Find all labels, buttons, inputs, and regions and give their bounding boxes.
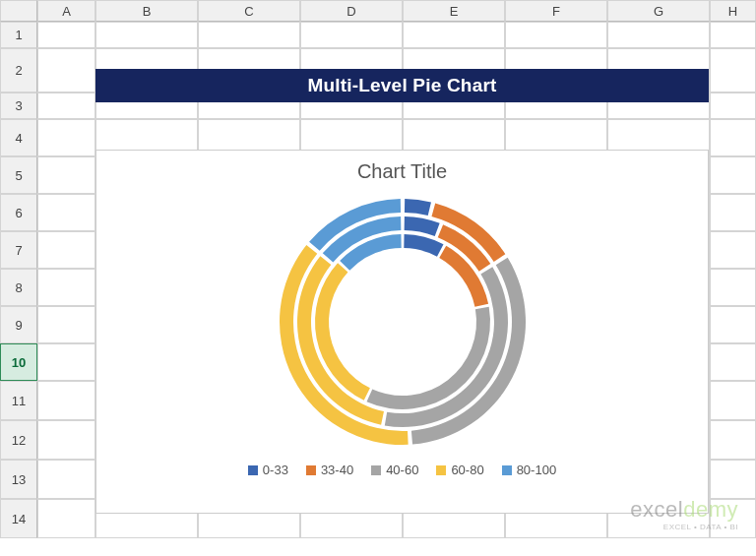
cell-b1[interactable]: [95, 22, 198, 48]
cell-a9[interactable]: [37, 306, 95, 343]
cell-a8[interactable]: [37, 269, 95, 306]
col-head-b[interactable]: B: [95, 0, 198, 22]
cell-h8[interactable]: [710, 269, 756, 306]
cell-a11[interactable]: [37, 381, 95, 420]
col-head-h[interactable]: H: [710, 0, 756, 22]
cell-a5[interactable]: [37, 156, 95, 194]
legend-label-4: 80-100: [517, 463, 556, 477]
cell-h7[interactable]: [710, 231, 756, 269]
legend-swatch-3: [436, 465, 446, 475]
row-head-9[interactable]: 9: [0, 306, 37, 343]
legend-item-3[interactable]: 60-80: [436, 463, 483, 477]
cell-a12[interactable]: [37, 420, 95, 460]
cell-h3[interactable]: [710, 93, 756, 119]
row-head-1[interactable]: 1: [0, 22, 37, 48]
row-head-2[interactable]: 2: [0, 48, 37, 93]
cell-h12[interactable]: [710, 420, 756, 460]
legend-item-1[interactable]: 33-40: [306, 463, 353, 477]
ring2-slice-0-33[interactable]: [404, 216, 439, 236]
cell-a13[interactable]: [37, 460, 95, 499]
cell-f1[interactable]: [505, 22, 607, 48]
row-head-5[interactable]: 5: [0, 156, 37, 194]
row-head-13[interactable]: 13: [0, 460, 37, 499]
cell-h2[interactable]: [710, 48, 756, 93]
row-head-7[interactable]: 7: [0, 231, 37, 269]
page-title: Multi-Level Pie Chart: [95, 69, 709, 102]
cell-h14[interactable]: [710, 499, 756, 538]
legend-item-0[interactable]: 0-33: [248, 463, 288, 477]
cell-a10[interactable]: [37, 343, 95, 381]
col-head-f[interactable]: F: [505, 0, 607, 22]
cell-h11[interactable]: [710, 381, 756, 420]
legend-label-2: 40-60: [386, 463, 418, 477]
cell-a4[interactable]: [37, 119, 95, 156]
grid-corner[interactable]: [0, 0, 37, 22]
cell-a6[interactable]: [37, 194, 95, 231]
legend-swatch-4: [502, 465, 512, 475]
chart-object[interactable]: Chart Title 0-33 33-40 40-60 60-80 80-10…: [95, 150, 709, 514]
row-head-8[interactable]: 8: [0, 269, 37, 306]
row-head-3[interactable]: 3: [0, 93, 37, 119]
legend-label-0: 0-33: [263, 463, 288, 477]
col-head-c[interactable]: C: [198, 0, 300, 22]
col-head-g[interactable]: G: [607, 0, 710, 22]
row-head-10[interactable]: 10: [0, 343, 37, 381]
row-head-4[interactable]: 4: [0, 119, 37, 156]
row-head-6[interactable]: 6: [0, 194, 37, 231]
chart-title[interactable]: Chart Title: [96, 160, 708, 183]
row-head-12[interactable]: 12: [0, 420, 37, 460]
legend-item-4[interactable]: 80-100: [502, 463, 556, 477]
legend-swatch-2: [371, 465, 381, 475]
cell-h13[interactable]: [710, 460, 756, 499]
doughnut-chart[interactable]: [255, 189, 550, 455]
cell-h6[interactable]: [710, 194, 756, 231]
cell-h1[interactable]: [710, 22, 756, 48]
legend-swatch-0: [248, 465, 258, 475]
cell-a14[interactable]: [37, 499, 95, 538]
ring1-slice-0-33[interactable]: [404, 234, 443, 257]
cell-h9[interactable]: [710, 306, 756, 343]
cell-a1[interactable]: [37, 22, 95, 48]
cell-g1[interactable]: [607, 22, 710, 48]
legend-label-1: 33-40: [321, 463, 353, 477]
cell-h10[interactable]: [710, 343, 756, 381]
cell-a3[interactable]: [37, 93, 95, 119]
cell-c1[interactable]: [198, 22, 300, 48]
cell-a7[interactable]: [37, 231, 95, 269]
ring3-slice-0-33[interactable]: [404, 199, 430, 216]
chart-legend[interactable]: 0-33 33-40 40-60 60-80 80-100: [96, 463, 708, 477]
row-head-11[interactable]: 11: [0, 381, 37, 420]
col-head-d[interactable]: D: [300, 0, 403, 22]
cell-a2[interactable]: [37, 48, 95, 93]
legend-label-3: 60-80: [451, 463, 483, 477]
cell-e1[interactable]: [403, 22, 505, 48]
cell-h5[interactable]: [710, 156, 756, 194]
cell-d1[interactable]: [300, 22, 403, 48]
legend-item-2[interactable]: 40-60: [371, 463, 418, 477]
legend-swatch-1: [306, 465, 316, 475]
cell-h4[interactable]: [710, 119, 756, 156]
col-head-e[interactable]: E: [403, 0, 505, 22]
col-head-a[interactable]: A: [37, 0, 95, 22]
row-head-14[interactable]: 14: [0, 499, 37, 538]
